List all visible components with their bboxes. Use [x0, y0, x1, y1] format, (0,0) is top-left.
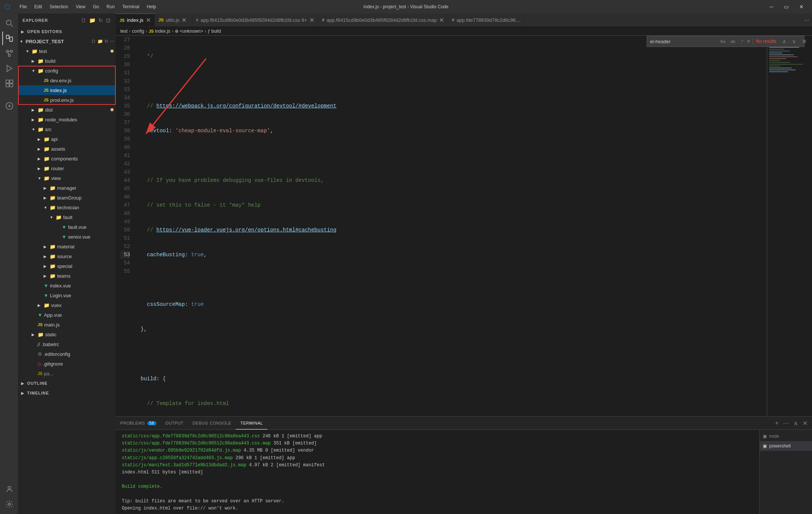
search-input[interactable]	[647, 39, 716, 44]
activity-debug[interactable]	[2, 62, 16, 75]
timeline-section[interactable]: ▶ TIMELINE	[18, 388, 116, 398]
senior-vue-item[interactable]: ▶ ▼ senior.vue	[18, 232, 116, 242]
editorconfig-item[interactable]: ▶ ⚙ .editorconfig	[18, 349, 116, 359]
src-folder-item[interactable]: ▼ 📁 src	[18, 124, 116, 134]
app-vue-item[interactable]: ▶ ▼ App.vue	[18, 310, 116, 320]
minimize-button[interactable]: ─	[766, 2, 777, 11]
more-icon[interactable]: ⋯	[110, 39, 114, 44]
login-vue-item[interactable]: ▶ ▼ Login.vue	[18, 290, 116, 300]
panel-tab-debug[interactable]: DEBUG CONSOLE	[188, 417, 236, 429]
panel-close-button[interactable]: ✕	[801, 418, 809, 428]
collapse-all-button[interactable]: ⊡	[105, 17, 111, 24]
packagejson-item[interactable]: ▶ JS pa...	[18, 369, 116, 378]
assets-folder-item[interactable]: ▶ 📁 assets	[18, 144, 116, 154]
source-folder-item[interactable]: ▶ 📁 source	[18, 251, 116, 261]
vuex-folder-item[interactable]: ▶ 📁 vuex	[18, 300, 116, 310]
menu-terminal[interactable]: Terminal	[119, 3, 142, 11]
close-button[interactable]: ✕	[795, 2, 807, 11]
tab-close-app-css[interactable]: ✕	[309, 17, 314, 24]
maximize-button[interactable]: ▭	[780, 2, 792, 11]
search-prev-button[interactable]: ∧	[779, 37, 789, 46]
technician-folder-item[interactable]: ▼ 📁 technician	[18, 203, 116, 212]
panel-split-button[interactable]: ⋯	[782, 418, 791, 428]
terminal-powershell[interactable]: ▣ powershell	[760, 441, 812, 451]
activity-extensions[interactable]	[2, 77, 16, 90]
activity-settings[interactable]	[2, 497, 16, 511]
new-file-button[interactable]: 🗋	[80, 17, 87, 24]
tab-overflow-button[interactable]: ⋯	[801, 14, 812, 26]
new-file-icon[interactable]: 🗋	[91, 39, 96, 44]
babelrc-item[interactable]: ▶ 𝛽 .babelrc	[18, 339, 116, 349]
build-folder-item[interactable]: ▶ 📁 build	[18, 56, 116, 66]
components-folder-item[interactable]: ▶ 📁 components	[18, 154, 116, 163]
refresh-icon[interactable]: ↻	[105, 39, 108, 44]
case-sensitive-button[interactable]: Aa	[718, 38, 727, 45]
test-folder-item[interactable]: ▼ 📁 test	[18, 46, 116, 56]
menu-help[interactable]: Help	[144, 3, 159, 11]
activity-search[interactable]	[2, 17, 16, 30]
index-vue-item[interactable]: ▶ ▼ index.vue	[18, 281, 116, 290]
material-folder-item[interactable]: ▶ 📁 material	[18, 242, 116, 251]
dist-folder-item[interactable]: ▶ 📁 dist	[18, 105, 116, 115]
refresh-button[interactable]: ↻	[98, 17, 104, 24]
new-folder-icon[interactable]: 📁	[97, 39, 103, 44]
activity-source-control[interactable]	[2, 47, 16, 60]
tab-app-css-map[interactable]: # app.f6415cd9b0e0d3b485f9284d2d8fb1fd.c…	[318, 14, 448, 26]
activity-explorer[interactable]	[2, 32, 16, 45]
breadcrumb-build[interactable]: ƒ build	[208, 29, 221, 34]
special-folder-item[interactable]: ▶ 📁 special	[18, 261, 116, 271]
activity-remote[interactable]	[2, 99, 16, 113]
prod-env-item[interactable]: ▶ JS prod.env.js	[18, 95, 116, 105]
menu-view[interactable]: View	[73, 3, 88, 11]
fault-folder-item[interactable]: ▼ 📁 fault	[18, 212, 116, 222]
gitignore-item[interactable]: ▶ ◇ .gitignore	[18, 359, 116, 369]
outline-section[interactable]: ▶ OUTLINE	[18, 378, 116, 388]
project-root-item[interactable]: ▼ PROJECT_TEST 🗋 📁 ↻ ⋯	[18, 36, 116, 46]
terminal-content[interactable]: static/css/app.fde778839d78c2d6c96512c98…	[116, 430, 759, 514]
static-folder-item[interactable]: ▶ 📁 static	[18, 330, 116, 339]
add-terminal-button[interactable]: +	[774, 418, 780, 428]
config-folder-item[interactable]: ▼ 📁 config	[18, 66, 116, 76]
menu-run[interactable]: Run	[103, 3, 118, 11]
search-close-button[interactable]: ✕	[799, 36, 810, 47]
whole-word-button[interactable]: ab	[729, 38, 737, 45]
regex-button[interactable]: .*	[739, 38, 745, 45]
panel-tab-terminal[interactable]: TERMINAL	[236, 417, 267, 429]
router-folder-item[interactable]: ▶ 📁 router	[18, 163, 116, 173]
tab-app-fde[interactable]: # app.fde778839d78c2d6c96...	[448, 14, 524, 26]
main-js-item[interactable]: ▶ JS main.js	[18, 320, 116, 330]
view-folder-item[interactable]: ▼ 📁 view	[18, 173, 116, 183]
tab-close-css-map[interactable]: ✕	[439, 17, 444, 24]
breadcrumb-indexjs[interactable]: JS index.js	[148, 29, 170, 34]
activity-account[interactable]	[2, 482, 16, 496]
fault-vue-item[interactable]: ▶ ▼ fault.vue	[18, 222, 116, 232]
panel-tab-output[interactable]: OUTPUT	[161, 417, 188, 429]
tab-utils-js[interactable]: JS utils.js ✕	[155, 14, 192, 26]
node-modules-item[interactable]: ▶ 📁 node_modules	[18, 115, 116, 124]
panel-tab-problems[interactable]: PROBLEMS 58	[116, 417, 161, 429]
tab-close-index-js[interactable]: ✕	[146, 17, 151, 24]
index-js-item[interactable]: ▶ JS index.js	[18, 85, 116, 95]
tab-close-utils[interactable]: ✕	[182, 17, 186, 24]
dev-env-item[interactable]: ▶ JS dev.env.js	[18, 76, 116, 85]
menu-go[interactable]: Go	[90, 3, 102, 11]
menu-edit[interactable]: Edit	[31, 3, 45, 11]
manager-folder-item[interactable]: ▶ 📁 manager	[18, 183, 116, 193]
menu-file[interactable]: File	[17, 3, 30, 11]
search-next-button[interactable]: ∨	[789, 37, 799, 46]
tab-index-js[interactable]: JS index.js ✕	[116, 14, 155, 26]
tab-app-css[interactable]: # app.f6415cd9b0e0d3b485f9284d2d8fb1fd.c…	[192, 14, 318, 26]
breadcrumb-test[interactable]: test	[120, 29, 127, 34]
menu-selection[interactable]: Selection	[47, 3, 71, 11]
teamgroup-folder-item[interactable]: ▶ 📁 teamGroup	[18, 193, 116, 203]
open-editors-section[interactable]: ▶ OPEN EDITORS	[18, 27, 116, 36]
output-label: OUTPUT	[165, 421, 184, 425]
terminal-node[interactable]: ▣ node	[760, 431, 812, 441]
breadcrumb-config[interactable]: config	[132, 29, 144, 34]
breadcrumb-unknown[interactable]: ⊕ <unknown>	[175, 29, 203, 34]
new-folder-button[interactable]: 📁	[88, 17, 96, 24]
teams-folder-item[interactable]: ▶ 📁 teams	[18, 271, 116, 281]
api-folder-item[interactable]: ▶ 📁 api	[18, 134, 116, 144]
panel-maximize-button[interactable]: ∧	[792, 418, 800, 428]
code-editor[interactable]: 27 28 29 30 31 32 33 34 35 36 37 38 39 4…	[116, 36, 767, 416]
